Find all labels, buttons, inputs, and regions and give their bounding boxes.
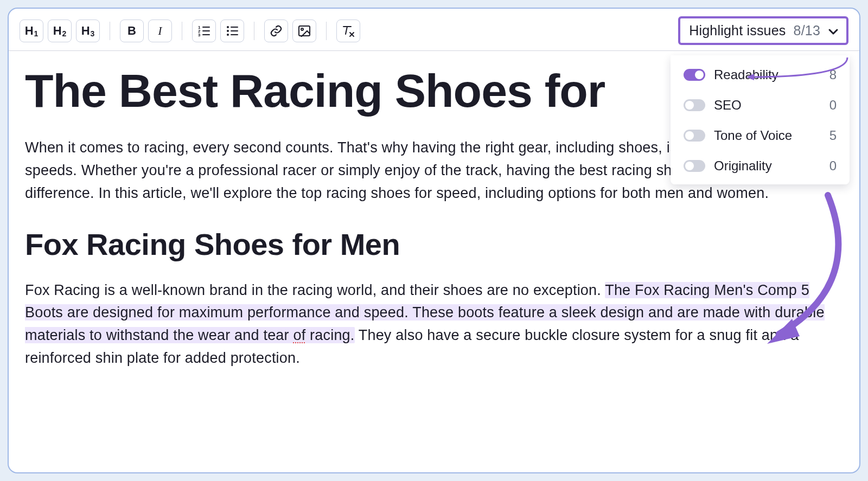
- editor-window: H1 H2 H3 B I: [8, 8, 860, 473]
- svg-point-11: [227, 34, 229, 36]
- text-pre: Fox Racing is a well-known brand in the …: [25, 282, 605, 298]
- highlight-issues-count: 8/13: [794, 23, 820, 39]
- italic-button[interactable]: I: [148, 20, 172, 42]
- option-label: Tone of Voice: [714, 128, 821, 143]
- ordered-list-button[interactable]: 1 2 3: [192, 20, 216, 42]
- svg-point-10: [227, 30, 229, 32]
- option-label: SEO: [714, 98, 821, 113]
- toggle-readability[interactable]: [684, 69, 705, 81]
- highlight-issues-label: Highlight issues: [689, 23, 786, 39]
- format-group: B I: [120, 20, 172, 42]
- option-value: 8: [829, 67, 837, 82]
- h-letter: H: [81, 24, 90, 38]
- svg-point-9: [227, 26, 229, 28]
- spelling-mark[interactable]: of: [293, 327, 305, 343]
- editor-toolbar: H1 H2 H3 B I: [9, 9, 859, 51]
- heading-group: H1 H2 H3: [20, 20, 100, 42]
- h-letter: H: [53, 24, 62, 38]
- option-value: 0: [829, 158, 837, 174]
- svg-point-13: [301, 28, 303, 30]
- unordered-list-icon: [226, 25, 239, 37]
- heading-1-button[interactable]: H1: [20, 20, 43, 42]
- insert-group: [264, 20, 316, 42]
- toolbar-separator: [182, 22, 182, 40]
- section-heading-fox[interactable]: Fox Racing Shoes for Men: [25, 221, 843, 268]
- clear-formatting-button[interactable]: [336, 20, 360, 42]
- section-paragraph-fox[interactable]: Fox Racing is a well-known brand in the …: [25, 279, 843, 370]
- h-sub: 1: [34, 29, 39, 38]
- option-label: Readability: [714, 67, 821, 82]
- dropdown-option-tone[interactable]: Tone of Voice 5: [671, 120, 850, 151]
- svg-text:3: 3: [198, 33, 201, 37]
- image-icon: [298, 25, 311, 37]
- image-button[interactable]: [292, 20, 316, 42]
- heading-3-button[interactable]: H3: [76, 20, 100, 42]
- h-letter: H: [25, 24, 34, 38]
- unordered-list-button[interactable]: [220, 20, 244, 42]
- toggle-tone[interactable]: [684, 130, 705, 142]
- toolbar-separator: [326, 22, 327, 40]
- option-value: 5: [829, 128, 837, 143]
- link-button[interactable]: [264, 20, 288, 42]
- italic-label: I: [158, 24, 162, 38]
- bold-button[interactable]: B: [120, 20, 144, 42]
- dropdown-option-readability[interactable]: Readability 8: [671, 60, 850, 90]
- h-sub: 3: [91, 29, 95, 38]
- dropdown-option-seo[interactable]: SEO 0: [671, 90, 850, 120]
- h-sub: 2: [62, 29, 67, 38]
- highlight-issues-dropdown-button[interactable]: Highlight issues 8/13: [678, 16, 848, 45]
- chevron-down-icon: [828, 23, 839, 39]
- bold-label: B: [127, 24, 136, 38]
- option-label: Originality: [714, 158, 821, 174]
- link-icon: [270, 24, 283, 37]
- heading-2-button[interactable]: H2: [48, 20, 72, 42]
- dropdown-option-originality[interactable]: Originality 0: [671, 151, 850, 181]
- clear-group: [336, 20, 360, 42]
- toggle-originality[interactable]: [684, 160, 705, 172]
- toolbar-separator: [254, 22, 254, 40]
- option-value: 0: [829, 98, 837, 113]
- clear-formatting-icon: [341, 24, 355, 37]
- toolbar-separator: [110, 22, 110, 40]
- toggle-seo[interactable]: [684, 99, 705, 111]
- highlight-issues-dropdown: Readability 8 SEO 0 Tone of Voice 5 Orig…: [671, 55, 850, 184]
- list-group: 1 2 3: [192, 20, 244, 42]
- ordered-list-icon: 1 2 3: [197, 25, 210, 37]
